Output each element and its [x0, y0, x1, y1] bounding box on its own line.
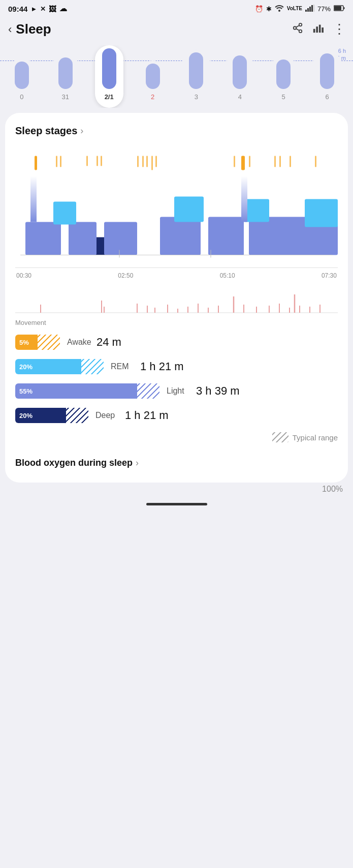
date-label: 2 [151, 93, 154, 101]
date-item[interactable]: 0 [0, 58, 44, 108]
image-icon: 🖼 [49, 5, 56, 13]
light-duration: 3 h 39 m [196, 384, 240, 398]
svg-rect-34 [290, 156, 291, 167]
bars-icon [305, 5, 314, 13]
svg-rect-49 [30, 176, 37, 222]
awake-pct: 5% [19, 339, 29, 346]
share-button[interactable] [292, 22, 303, 37]
stage-awake: 5% Awake 24 m [15, 335, 338, 350]
svg-rect-28 [155, 156, 157, 167]
svg-rect-39 [25, 222, 61, 255]
svg-rect-25 [142, 156, 144, 167]
light-name: Light [167, 386, 192, 396]
svg-rect-35 [315, 156, 316, 167]
time-label-0: 00:30 [16, 272, 31, 279]
chart-button[interactable] [312, 22, 324, 37]
percentage-row: 100% [0, 483, 353, 494]
stage-rem: 20% REM 1 h 21 m [15, 359, 338, 374]
svg-rect-16 [319, 24, 321, 33]
svg-rect-40 [69, 222, 97, 255]
date-item[interactable]: 2/1 [87, 45, 131, 108]
status-right-icons: ⏰ ✱ VoLTE 77% [255, 5, 345, 13]
svg-rect-8 [344, 7, 345, 9]
date-item[interactable]: 31 [44, 54, 87, 108]
svg-rect-14 [313, 28, 315, 32]
svg-point-11 [299, 29, 302, 32]
svg-rect-31 [249, 156, 250, 167]
svg-point-0 [278, 10, 280, 12]
battery-text: 77% [317, 5, 331, 13]
main-card: Sleep stages › [5, 113, 348, 483]
svg-rect-47 [244, 199, 269, 222]
blood-oxygen-chevron[interactable]: › [136, 458, 139, 468]
date-item[interactable]: 6 [305, 50, 349, 108]
stage-items: 5% Awake 24 m 20% REM 1 h 21 m 55% [15, 335, 338, 423]
svg-rect-18 [35, 156, 37, 170]
svg-rect-15 [316, 26, 318, 33]
awake-name: Awake [67, 338, 92, 347]
svg-point-9 [299, 23, 302, 26]
light-bar: 55% [15, 383, 137, 399]
date-bar-wrapper: 6 h 55 m 0312/123456 [0, 41, 353, 108]
svg-rect-22 [97, 156, 98, 166]
sleep-stages-title: Sleep stages [15, 125, 77, 137]
svg-rect-1 [305, 10, 307, 12]
svg-rect-42 [160, 217, 201, 255]
date-item[interactable]: 3 [175, 49, 218, 108]
time-text: 09:44 [8, 5, 27, 13]
deep-duration: 1 h 21 m [125, 409, 169, 422]
date-item[interactable]: 5 [262, 56, 305, 108]
svg-rect-29 [234, 156, 235, 167]
x-icon: ✕ [40, 5, 46, 13]
blood-oxygen-title: Blood oxygen during sleep [15, 458, 133, 468]
time-label-1: 02:50 [118, 272, 133, 279]
date-item[interactable]: 2 [131, 61, 175, 108]
more-button[interactable]: ⋮ [333, 21, 345, 37]
date-label: 2/1 [105, 93, 114, 101]
light-bar-container: 55% [15, 383, 159, 399]
battery-icon [334, 5, 345, 13]
deep-pct: 20% [19, 412, 33, 420]
svg-line-13 [296, 25, 299, 27]
rem-bar: 20% [15, 359, 81, 374]
app-header: ‹ Sleep ⋮ [0, 15, 353, 41]
deep-bar: 20% [15, 408, 66, 423]
svg-rect-41 [104, 222, 137, 255]
svg-rect-4 [311, 5, 313, 12]
status-bar: 09:44 ► ✕ 🖼 ☁ ⏰ ✱ VoLTE 77% [0, 0, 353, 15]
awake-bar-container: 5% [15, 335, 60, 350]
svg-point-10 [294, 26, 297, 29]
sleep-stages-chevron[interactable]: › [80, 126, 83, 136]
svg-rect-46 [174, 197, 204, 222]
date-label: 31 [62, 93, 69, 101]
date-bar[interactable]: 0312/123456 [0, 45, 353, 108]
blood-oxygen-row[interactable]: Blood oxygen during sleep › [15, 453, 338, 468]
signal-text: VoLTE [287, 6, 302, 11]
rem-duration: 1 h 21 m [140, 360, 184, 373]
percentage-text: 100% [322, 485, 343, 494]
rem-name: REM [111, 362, 136, 371]
svg-rect-48 [305, 199, 338, 227]
svg-rect-33 [279, 156, 281, 167]
svg-rect-19 [56, 156, 57, 167]
rem-bar-container: 20% [15, 359, 104, 374]
back-button[interactable]: ‹ [8, 23, 12, 36]
typical-range-swatch [272, 432, 288, 442]
typical-range-label: Typical range [293, 433, 338, 442]
date-item[interactable]: 4 [218, 52, 262, 108]
time-labels: 00:30 02:50 05:10 07:30 [15, 270, 338, 279]
rem-hatch [81, 359, 104, 374]
svg-rect-26 [146, 156, 148, 167]
nav-icon: ► [30, 5, 37, 13]
deep-bar-container: 20% [15, 408, 88, 423]
svg-rect-2 [307, 8, 309, 12]
svg-rect-50 [241, 176, 247, 222]
svg-rect-23 [101, 156, 102, 166]
bluetooth-icon: ✱ [266, 5, 272, 13]
svg-rect-30 [241, 156, 245, 170]
svg-rect-45 [53, 202, 76, 225]
stage-deep: 20% Deep 1 h 21 m [15, 408, 338, 423]
date-label: 3 [195, 93, 198, 101]
light-hatch [137, 383, 159, 399]
sleep-stages-header[interactable]: Sleep stages › [15, 125, 338, 137]
